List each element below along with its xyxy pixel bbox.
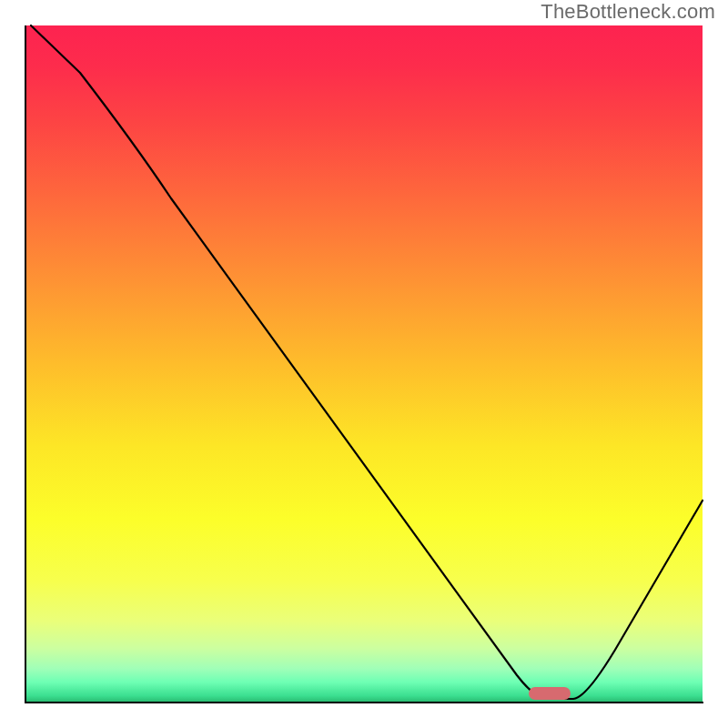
curve-path <box>31 25 703 699</box>
optimal-marker <box>529 687 571 700</box>
watermark-text: TheBottleneck.com <box>541 0 715 24</box>
y-axis <box>25 25 26 703</box>
plot-area <box>25 25 703 703</box>
x-axis <box>25 702 703 703</box>
bottleneck-curve <box>25 25 703 703</box>
chart-container: TheBottleneck.com <box>0 0 728 728</box>
